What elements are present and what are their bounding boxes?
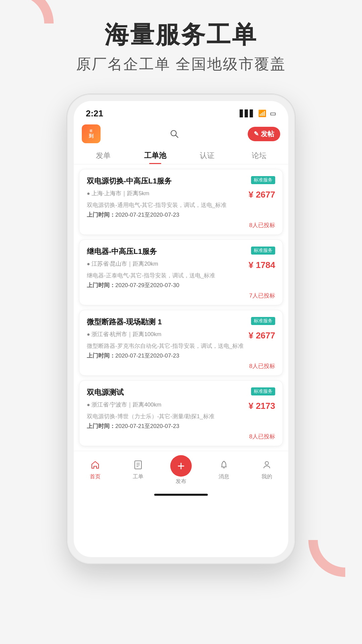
- checkin-main-label: 到: [89, 133, 94, 139]
- card-3-price: ¥ 2677: [248, 330, 275, 341]
- search-button[interactable]: [168, 127, 181, 141]
- card-2-badge: 标准服务: [251, 247, 275, 255]
- card-3-time-label: 上门时间：: [87, 353, 115, 359]
- nav-messages[interactable]: 消息: [210, 460, 237, 480]
- card-3-title: 微型断路器-现场勘测 1: [87, 317, 248, 327]
- card-4-header: 双电源测试 标准服务: [87, 387, 275, 397]
- card-3-location-price: ● 浙江省·杭州市｜距离100km ¥ 2677: [87, 330, 275, 342]
- nav-publish[interactable]: + 发布: [168, 455, 194, 485]
- card-2-desc: 继电器-正泰电气-其它-指导安装，调试，送电_标准: [87, 272, 275, 279]
- tab-luntan[interactable]: 论坛: [246, 151, 273, 164]
- status-icons: ▋▋▋ 📶 ▭: [240, 109, 276, 117]
- location-icon-2: ●: [87, 261, 90, 267]
- post-button[interactable]: ✎ 发帖: [248, 127, 280, 141]
- card-1-header: 双电源切换-中高压L1服务 标准服务: [87, 176, 275, 186]
- nav-publish-label: 发布: [176, 478, 186, 485]
- card-3-bid: 8人已投标: [87, 362, 275, 370]
- checkin-top-label: 签: [89, 129, 93, 133]
- card-4-location-col: ● 浙江省·宁波市｜距离400km: [87, 401, 248, 411]
- card-3-header: 微型断路器-现场勘测 1 标准服务: [87, 317, 275, 327]
- bell-icon: [219, 460, 229, 472]
- card-3-time: 上门时间：2020-07-21至2020-07-23: [87, 352, 275, 360]
- signal-icon: ▋▋▋: [240, 109, 255, 117]
- card-2-title: 继电器-中高压L1服务: [87, 247, 248, 257]
- card-1-badge: 标准服务: [251, 176, 275, 184]
- wifi-icon: 📶: [258, 109, 266, 117]
- bottom-nav: 首页 工单 + 发布: [74, 451, 288, 492]
- card-2-time-label: 上门时间：: [87, 282, 115, 288]
- card-1-time-label: 上门时间：: [87, 212, 115, 218]
- card-2-location-col: ● 江苏省·昆山市｜距离20km: [87, 260, 248, 270]
- card-3-location: ● 浙江省·杭州市｜距离100km: [87, 330, 248, 338]
- card-4-title: 双电源测试: [87, 387, 248, 397]
- svg-point-8: [265, 462, 268, 465]
- card-1-location-price: ● 上海·上海市｜距离5km ¥ 2677: [87, 190, 275, 201]
- tab-bar: 发单 工单池 认证 论坛: [74, 147, 288, 164]
- card-1-time: 上门时间：2020-07-21至2020-07-23: [87, 211, 275, 219]
- work-card-3[interactable]: 微型断路器-现场勘测 1 标准服务 ● 浙江省·杭州市｜距离100km ¥ 26…: [79, 310, 283, 376]
- card-3-desc: 微型断路器-罗克韦尔自动化-其它-指导安装，调试，送电_标准: [87, 342, 275, 350]
- post-label: 发帖: [261, 129, 274, 139]
- card-4-location-price: ● 浙江省·宁波市｜距离400km ¥ 2173: [87, 401, 275, 413]
- card-1-price: ¥ 2677: [248, 190, 275, 200]
- main-subtitle: 原厂名企工单 全国地级市覆盖: [0, 54, 362, 74]
- nav-profile[interactable]: 我的: [253, 460, 280, 480]
- card-3-location-col: ● 浙江省·杭州市｜距离100km: [87, 330, 248, 340]
- card-1-location-col: ● 上海·上海市｜距离5km: [87, 190, 248, 199]
- work-card-2[interactable]: 继电器-中高压L1服务 标准服务 ● 江苏省·昆山市｜距离20km ¥ 1784…: [79, 239, 283, 305]
- card-1-title: 双电源切换-中高压L1服务: [87, 176, 248, 186]
- card-2-time: 上门时间：2020-07-29至2020-07-30: [87, 281, 275, 289]
- card-1-bid: 8人已投标: [87, 221, 275, 229]
- card-2-price: ¥ 1784: [248, 260, 275, 270]
- card-4-badge: 标准服务: [251, 387, 275, 395]
- nav-orders[interactable]: 工单: [125, 460, 152, 480]
- svg-line-1: [176, 136, 178, 138]
- header-section: 海量服务工单 原厂名企工单 全国地级市覆盖: [0, 0, 362, 88]
- phone-time: 2:21: [86, 108, 103, 119]
- card-2-bid: 7人已投标: [87, 292, 275, 300]
- checkin-button[interactable]: 签 到: [82, 124, 101, 143]
- card-4-time: 上门时间：2020-07-21至2020-07-23: [87, 422, 275, 430]
- main-title: 海量服务工单: [0, 20, 362, 49]
- card-4-price: ¥ 2173: [248, 401, 275, 411]
- tab-renzheng[interactable]: 认证: [194, 151, 221, 164]
- nav-orders-label: 工单: [133, 473, 143, 480]
- tab-fadan[interactable]: 发单: [90, 151, 117, 164]
- card-1-desc: 双电源切换-通用电气-其它-指导安装，调试，送电_标准: [87, 201, 275, 209]
- nav-home-label: 首页: [90, 473, 101, 480]
- phone-wrapper: 2:21 ▋▋▋ 📶 ▭ 签 到: [0, 88, 362, 584]
- home-icon: [90, 460, 100, 472]
- cards-container: 双电源切换-中高压L1服务 标准服务 ● 上海·上海市｜距离5km ¥ 2677…: [74, 164, 288, 451]
- work-card-1[interactable]: 双电源切换-中高压L1服务 标准服务 ● 上海·上海市｜距离5km ¥ 2677…: [79, 169, 283, 235]
- status-bar: 2:21 ▋▋▋ 📶 ▭: [74, 101, 288, 121]
- card-3-badge: 标准服务: [251, 317, 275, 325]
- card-1-location: ● 上海·上海市｜距离5km: [87, 190, 248, 197]
- location-icon: ●: [87, 191, 90, 197]
- work-card-4[interactable]: 双电源测试 标准服务 ● 浙江省·宁波市｜距离400km ¥ 2173 双电源切…: [79, 380, 283, 446]
- publish-circle: +: [170, 455, 192, 477]
- card-4-desc: 双电源切换-博世（力士乐）-其它-测量/勘探1_标准: [87, 413, 275, 420]
- tab-gongdanchi[interactable]: 工单池: [142, 151, 169, 164]
- phone-mockup: 2:21 ▋▋▋ 📶 ▭ 签 到: [67, 94, 295, 564]
- app-header: 签 到 ✎ 发帖: [74, 121, 288, 147]
- person-icon: [262, 460, 272, 472]
- card-4-location: ● 浙江省·宁波市｜距离400km: [87, 401, 248, 409]
- card-4-time-label: 上门时间：: [87, 423, 115, 429]
- phone-screen: 2:21 ▋▋▋ 📶 ▭ 签 到: [74, 101, 288, 557]
- home-indicator: [154, 494, 208, 496]
- location-icon-3: ●: [87, 331, 90, 337]
- card-4-bid: 8人已投标: [87, 433, 275, 440]
- card-2-location-price: ● 江苏省·昆山市｜距离20km ¥ 1784: [87, 260, 275, 272]
- card-2-header: 继电器-中高压L1服务 标准服务: [87, 247, 275, 257]
- card-2-location: ● 江苏省·昆山市｜距离20km: [87, 260, 248, 268]
- nav-messages-label: 消息: [219, 473, 229, 480]
- nav-home[interactable]: 首页: [82, 460, 109, 480]
- orders-icon: [133, 460, 143, 472]
- nav-profile-label: 我的: [261, 473, 272, 480]
- battery-icon: ▭: [270, 109, 276, 117]
- post-icon: ✎: [254, 130, 259, 138]
- svg-point-0: [171, 130, 176, 136]
- location-icon-4: ●: [87, 402, 90, 408]
